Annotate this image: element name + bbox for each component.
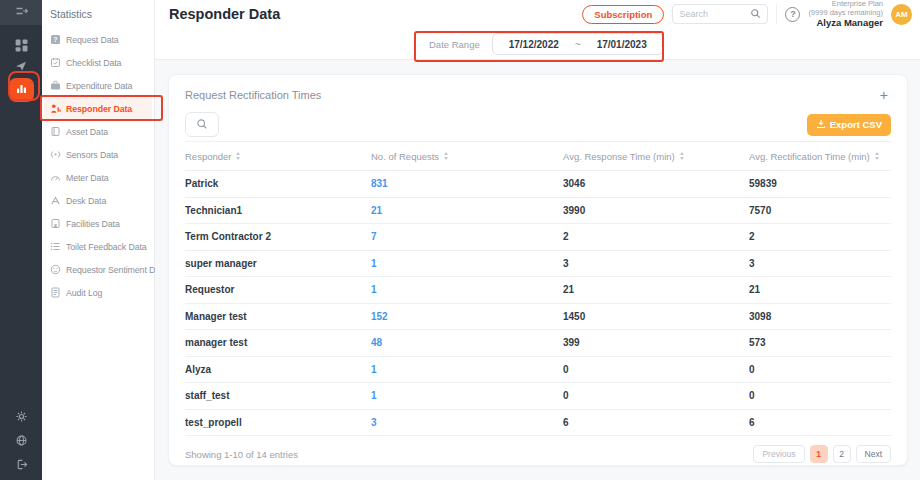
page-title: Responder Data [169,6,280,22]
avg-response-time: 3046 [563,178,749,189]
sort-icon[interactable] [236,152,240,160]
date-range-picker[interactable]: 17/12/2022 ~ 17/01/2023 [492,33,664,55]
page-1-button[interactable]: 1 [810,445,828,463]
column-header-requests[interactable]: No. of Requests [371,151,563,162]
desk-icon [50,195,61,206]
sidebar-item-label: Sensors Data [66,150,118,160]
broadcast-nav-button[interactable] [13,58,29,74]
table-row: test_propell 3 6 6 [185,410,891,437]
responder-name: Patrick [185,178,371,189]
avg-rectification-time: 0 [749,390,891,401]
requests-count-link[interactable]: 3 [371,417,563,428]
user-avatar[interactable]: AM [891,4,912,25]
table-row: super manager 1 3 3 [185,251,891,278]
broadcast-icon [14,59,28,73]
table-footer: Showing 1-10 of 14 entries Previous 1 2 … [185,445,891,463]
requests-count-link[interactable]: 1 [371,258,563,269]
user-name: Alyza Manager [808,17,883,28]
collapse-sidebar-button[interactable] [0,0,42,25]
date-start-value[interactable]: 17/12/2022 [509,39,559,50]
main-area: Responder Data Subscription ? Enterprise… [155,0,920,480]
search-icon[interactable] [750,5,761,23]
sidebar-item-expenditure-data[interactable]: Expenditure Data [42,74,154,97]
sidebar-item-meter-data[interactable]: Meter Data [42,166,154,189]
search-input[interactable] [679,9,746,19]
date-end-value[interactable]: 17/01/2023 [597,39,647,50]
responder-name: staff_test [185,390,371,401]
column-header-avg-rectification[interactable]: Avg. Rectification Time (min) [749,151,891,162]
previous-page-button[interactable]: Previous [753,445,804,463]
header-divider [776,4,777,24]
page-2-button[interactable]: 2 [833,445,851,463]
column-header-responder[interactable]: Responder [185,151,371,162]
sort-icon[interactable] [875,152,879,160]
responder-name: super manager [185,258,371,269]
sort-icon[interactable] [444,152,448,160]
requests-count-link[interactable]: 1 [371,390,563,401]
requests-count-link[interactable]: 831 [371,178,563,189]
asset-icon [50,126,61,137]
bar-chart-icon [15,81,28,99]
avg-response-time: 1450 [563,311,749,322]
dashboard-grid-icon [14,38,29,53]
statistics-nav-button[interactable] [9,78,34,102]
date-range-group: Date Range 17/12/2022 ~ 17/01/2023 [429,33,664,55]
add-widget-button[interactable]: + [877,87,891,103]
dashboard-nav-button[interactable] [13,37,29,53]
pagination: Previous 1 2 Next [753,445,891,463]
sidebar-item-label: Facilities Data [66,219,120,229]
avg-rectification-time: 0 [749,364,891,375]
export-csv-button[interactable]: Export CSV [807,114,891,136]
responder-name: Term Contractor 2 [185,231,371,242]
requests-count-link[interactable]: 1 [371,284,563,295]
sidebar-item-desk-data[interactable]: Desk Data [42,189,154,212]
sidebar-item-label: Desk Data [66,196,106,206]
table-row: staff_test 1 0 0 [185,383,891,410]
sort-icon[interactable] [680,152,684,160]
request-icon: ? [50,34,61,45]
avg-response-time: 3 [563,258,749,269]
table-row: Technician1 21 3990 7570 [185,198,891,225]
sidebar-item-audit-log[interactable]: Audit Log [42,281,154,304]
requests-count-link[interactable]: 152 [371,311,563,322]
subscription-button[interactable]: Subscription [582,5,664,24]
checklist-icon [50,57,61,68]
globe-icon [15,434,28,447]
audit-log-icon [50,287,61,298]
table-row: Term Contractor 2 7 2 2 [185,224,891,251]
requests-count-link[interactable]: 7 [371,231,563,242]
sidebar-item-facilities-data[interactable]: Facilities Data [42,212,154,235]
table-row: Patrick 831 3046 59839 [185,171,891,198]
sidebar-item-label: Toilet Feedback Data [66,242,147,252]
gear-icon [15,410,28,423]
sidebar-item-label: Meter Data [66,173,109,183]
responder-name: Manager test [185,311,371,322]
requests-count-link[interactable]: 1 [371,364,563,375]
logout-button[interactable] [13,456,29,472]
sidebar-item-label: Audit Log [66,288,102,298]
sidebar-item-requestor-sentiment-data[interactable]: Requestor Sentiment Data [42,258,154,281]
language-button[interactable] [13,432,29,448]
sidebar-item-sensors-data[interactable]: Sensors Data [42,143,154,166]
sidebar-menu: ? Request Data Checklist Data Expenditur… [42,28,154,304]
sidebar-item-checklist-data[interactable]: Checklist Data [42,51,154,74]
requests-count-link[interactable]: 48 [371,337,563,348]
column-header-avg-response[interactable]: Avg. Response Time (min) [563,151,749,162]
plan-days-line: (9999 days remaining) [808,8,883,17]
sidebar-item-responder-data[interactable]: Responder Data [44,97,152,120]
help-button[interactable]: ? [785,7,800,22]
card-toolbar: Export CSV [185,112,891,137]
sidebar-item-toilet-feedback-data[interactable]: Toilet Feedback Data [42,235,154,258]
requests-count-link[interactable]: 21 [371,205,563,216]
date-separator: ~ [575,39,581,50]
avg-rectification-time: 7570 [749,205,891,216]
avg-rectification-time: 573 [749,337,891,348]
sidebar-item-request-data[interactable]: ? Request Data [42,28,154,51]
table-search-button[interactable] [185,112,219,137]
sidebar-item-asset-data[interactable]: Asset Data [42,120,154,143]
settings-button[interactable] [13,408,29,424]
svg-text:?: ? [54,36,58,43]
avg-response-time: 399 [563,337,749,348]
sentiment-icon [50,264,61,275]
next-page-button[interactable]: Next [856,445,891,463]
